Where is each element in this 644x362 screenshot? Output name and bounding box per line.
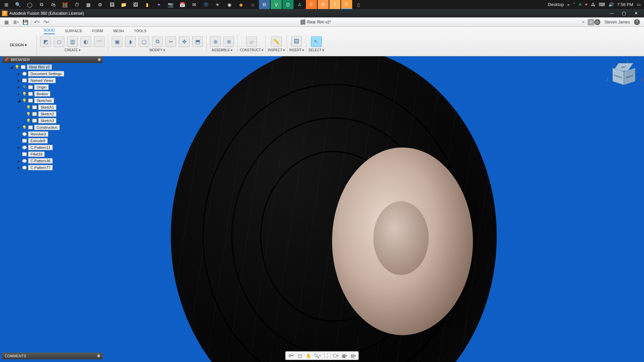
help-button[interactable]: ? <box>634 19 640 25</box>
user-name[interactable]: Steven James <box>604 20 630 24</box>
box-icon[interactable]: ◻ <box>54 36 64 47</box>
tab-form[interactable]: FORM <box>92 29 103 34</box>
split-icon[interactable]: ✂ <box>165 36 176 47</box>
combine-icon[interactable]: ⧉ <box>152 36 163 47</box>
browser-header[interactable]: 📌 BROWSER <box>2 56 103 63</box>
tray-cloud-icon[interactable]: ♥ <box>585 2 588 7</box>
tree-extrude8[interactable]: Extrude8 <box>2 137 103 144</box>
app3-icon[interactable]: ◆ <box>235 0 247 9</box>
edge-icon[interactable]: ⓔ <box>200 0 211 9</box>
plane-icon[interactable]: ▱ <box>246 36 257 47</box>
construct-label[interactable]: CONSTRUCT ▾ <box>240 48 263 52</box>
zoom-button[interactable]: 🔍 <box>313 352 321 359</box>
calc-icon[interactable]: 🧮 <box>59 0 70 9</box>
camera-icon[interactable]: 📷 <box>165 0 176 9</box>
inspect-label[interactable]: INSPECT ▾ <box>268 48 285 52</box>
extensions-button[interactable]: ◷ <box>594 19 600 25</box>
fillet-icon[interactable]: ◗ <box>125 36 136 47</box>
presspull-icon[interactable]: ▣ <box>112 36 122 47</box>
tab-surface[interactable]: SURFACE <box>65 29 82 34</box>
vault-icon[interactable]: V <box>271 0 282 9</box>
tab-close-button[interactable]: ✕ <box>582 20 585 24</box>
desktop-chev-icon[interactable]: » <box>567 2 570 7</box>
desktop-label[interactable]: Desktop <box>548 2 564 7</box>
window-min-button[interactable]: — <box>606 11 618 16</box>
blank-icon[interactable]: ▯ <box>353 0 364 9</box>
browser-pin-icon[interactable]: 📌 <box>4 58 9 62</box>
tab-tools[interactable]: TOOLS <box>134 29 146 34</box>
comments-panel[interactable]: COMMENTS <box>2 353 103 359</box>
redo-button[interactable]: ↷ <box>43 18 50 26</box>
notifications-icon[interactable]: ▭ <box>637 2 641 7</box>
tree-cpattern77[interactable]: ▸ C-Pattern77 <box>2 164 103 171</box>
store-icon[interactable]: 🛍 <box>48 0 59 9</box>
tree-origin[interactable]: ▸💡 Origin <box>2 84 103 90</box>
tray-keyboard-icon[interactable]: ⌨ <box>599 2 605 7</box>
images-icon[interactable]: 🖼 <box>106 0 117 9</box>
tab-new-button[interactable]: + <box>588 19 594 25</box>
autocad-icon[interactable]: A <box>294 0 305 9</box>
revolve-icon[interactable]: ◐ <box>80 36 91 47</box>
look-at-button[interactable]: ◫ <box>296 352 304 359</box>
pan-button[interactable]: ✋ <box>305 352 313 359</box>
new-sketch-icon[interactable]: ◩ <box>40 36 51 47</box>
comments-settings-icon[interactable] <box>97 355 100 357</box>
tree-construction[interactable]: ▸💡 Construction <box>2 124 103 131</box>
tree-revolve3[interactable]: Revolve3 <box>2 131 103 137</box>
calendar-icon[interactable]: 📅 <box>177 0 188 9</box>
joint-icon[interactable]: ⊕ <box>210 36 221 47</box>
fusion-taskbar-icon[interactable]: F <box>341 0 352 9</box>
explorer-icon[interactable]: 📁 <box>118 0 129 9</box>
insert-icon[interactable]: 🖼 <box>291 36 302 47</box>
settings-icon[interactable]: ⚙ <box>95 0 106 9</box>
app7-icon[interactable]: I <box>329 0 340 9</box>
app2-icon[interactable]: ✦ <box>153 0 164 9</box>
mail-icon[interactable]: ✉ <box>189 0 200 9</box>
browser-settings-icon[interactable] <box>98 58 101 61</box>
dynamo-icon[interactable]: D <box>282 0 293 9</box>
tree-named-views[interactable]: ▸ Named Views <box>2 77 103 84</box>
create-label[interactable]: CREATE ▾ <box>64 48 80 52</box>
select-label[interactable]: SELECT ▾ <box>308 48 324 52</box>
file-menu-button[interactable]: 🗎 <box>12 18 19 26</box>
taskview-icon[interactable]: ⧉ <box>36 0 47 9</box>
app6-icon[interactable]: P <box>318 0 329 9</box>
select-icon[interactable]: ↖ <box>311 36 322 47</box>
window-max-button[interactable]: ▢ <box>618 11 630 16</box>
workspace-switcher[interactable]: DESIGN ▾ <box>0 35 37 55</box>
photos-icon[interactable]: 🖼 <box>130 0 141 9</box>
save-button[interactable]: 💾 <box>21 18 29 26</box>
display-button[interactable]: 🖵 <box>332 352 340 359</box>
tray-net-icon[interactable]: 🖧 <box>591 2 595 7</box>
align-icon[interactable]: ⬒ <box>192 36 203 47</box>
as-built-icon[interactable]: ⊗ <box>223 36 234 47</box>
app5-icon[interactable]: F <box>306 0 317 9</box>
start-icon[interactable]: ⊞ <box>1 0 12 9</box>
shell-icon[interactable]: ▢ <box>139 36 149 47</box>
move-icon[interactable]: ✥ <box>179 36 190 47</box>
window-close-button[interactable]: ✕ <box>630 11 642 16</box>
app1-icon[interactable]: ▦ <box>83 0 94 9</box>
steam-icon[interactable]: ◉ <box>224 0 235 9</box>
tree-cpattern11[interactable]: ▸ C-Pattern11 <box>2 144 103 151</box>
tray-volume-icon[interactable]: 🔊 <box>608 2 614 7</box>
tree-sketch1[interactable]: 💡 Sketch1 <box>2 104 103 111</box>
tray-up-icon[interactable]: ˄ <box>573 2 575 7</box>
insert-label[interactable]: INSERT ▾ <box>289 48 304 52</box>
data-panel-button[interactable]: ▦ <box>3 18 10 26</box>
document-tab[interactable]: Rear Rim v2* <box>301 20 331 24</box>
extrude-icon[interactable]: ▥ <box>67 36 78 47</box>
tree-doc-settings[interactable]: ▸ Document Settings <box>2 70 103 77</box>
app4-icon[interactable]: ▣ <box>247 0 258 9</box>
notes-icon[interactable]: ▮ <box>142 0 153 9</box>
tray-clock[interactable]: 7:58 PM <box>617 2 633 7</box>
tab-mesh[interactable]: MESH <box>113 29 124 34</box>
tree-sketches[interactable]: ◢💡 Sketches <box>2 97 103 104</box>
view-cube[interactable]: │ ╲ ╱ TOP FRONT RIGHT <box>610 62 634 86</box>
measure-icon[interactable]: 📏 <box>271 36 282 47</box>
cortana-icon[interactable]: ◯ <box>24 0 35 9</box>
orbit-button[interactable]: ⟳ <box>287 352 295 359</box>
tray-autodesk-icon[interactable]: A <box>579 2 582 7</box>
revit-icon[interactable]: R <box>259 0 270 9</box>
tree-bodies[interactable]: ▸💡 Bodies <box>2 90 103 97</box>
